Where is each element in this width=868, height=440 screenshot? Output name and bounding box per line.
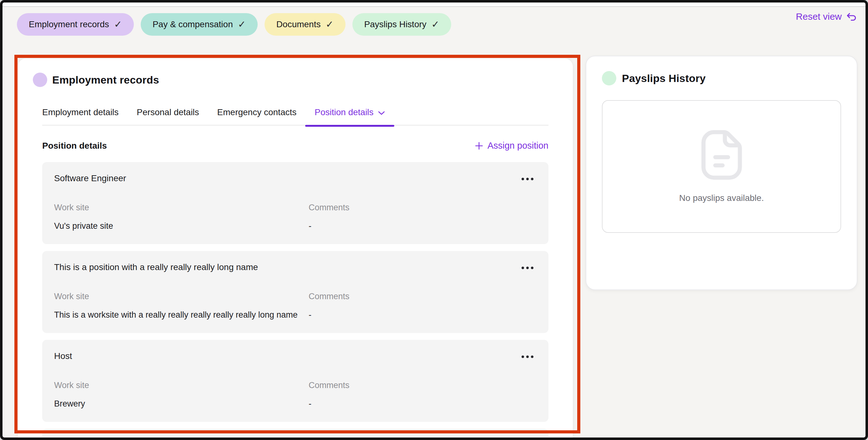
- check-icon: ✓: [238, 20, 246, 29]
- payslips-empty-message: No payslips available.: [679, 193, 764, 203]
- chip-documents[interactable]: Documents ✓: [265, 13, 345, 36]
- chip-employment-records[interactable]: Employment records ✓: [17, 13, 134, 36]
- check-icon: ✓: [326, 20, 333, 29]
- reset-view-label: Reset view: [796, 11, 842, 22]
- reset-view-button[interactable]: Reset view: [796, 11, 857, 22]
- document-icon: [701, 130, 742, 180]
- top-strip: [2, 2, 866, 7]
- chip-pay-compensation[interactable]: Pay & compensation ✓: [141, 13, 258, 36]
- chip-label: Employment records: [29, 20, 109, 29]
- check-icon: ✓: [114, 20, 122, 29]
- payslips-history-card: Payslips History No payslips available.: [586, 56, 857, 290]
- check-icon: ✓: [432, 20, 439, 29]
- chip-label: Pay & compensation: [153, 20, 233, 29]
- payslips-card-header: Payslips History: [602, 71, 841, 86]
- section-chips-row: Employment records ✓ Pay & compensation …: [17, 13, 451, 36]
- app-screen: Employment records ✓ Pay & compensation …: [0, 0, 868, 440]
- chip-payslips-history[interactable]: Payslips History ✓: [352, 13, 451, 36]
- payslips-card-title: Payslips History: [622, 72, 706, 85]
- undo-icon: [846, 12, 857, 21]
- chip-label: Documents: [276, 20, 321, 29]
- payslips-empty-state: No payslips available.: [602, 100, 841, 233]
- green-dot-icon: [602, 71, 616, 85]
- highlight-annotation: [14, 55, 580, 434]
- chip-label: Payslips History: [364, 20, 427, 29]
